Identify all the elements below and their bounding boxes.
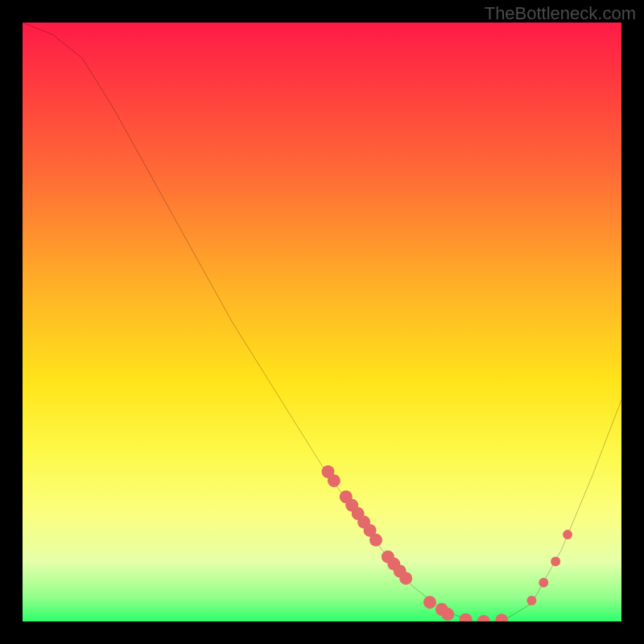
data-marker [495,614,508,621]
data-marker [328,474,341,487]
data-marker [423,596,436,609]
data-marker [551,557,560,567]
data-marker [399,572,412,584]
chart-svg [23,23,621,621]
data-marker [539,578,548,588]
data-marker [441,608,454,621]
data-marker [526,596,536,605]
data-markers [321,465,572,621]
watermark-text: TheBottleneck.com [485,3,636,24]
bottleneck-curve [23,23,621,621]
data-marker [460,613,473,621]
data-marker [477,615,490,621]
frame: TheBottleneck.com [0,0,644,644]
data-marker [563,530,572,539]
data-marker [369,534,382,547]
